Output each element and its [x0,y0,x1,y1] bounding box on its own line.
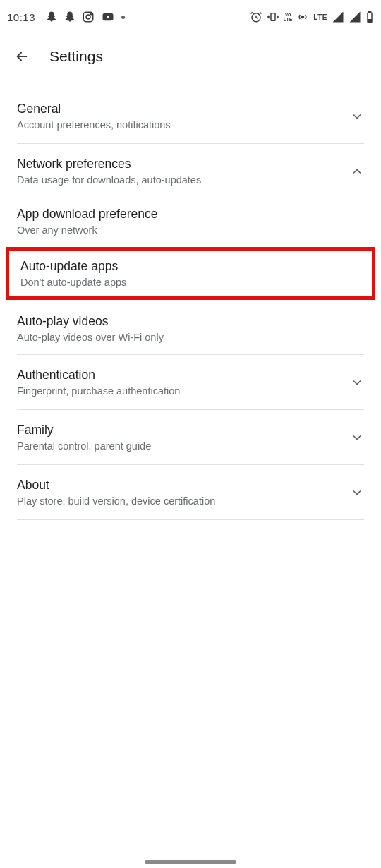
svg-point-2 [90,13,92,15]
snapchat-icon-2 [64,11,76,23]
autoupdate-subtitle: Don't auto-update apps [20,277,361,288]
signal-icon-1 [332,11,344,23]
family-subtitle: Parental control, parent guide [17,440,341,452]
alarm-icon [250,11,262,23]
section-family[interactable]: Family Parental control, parent guide [17,410,364,465]
settings-list: General Account preferences, notificatio… [0,79,381,520]
more-notifications-dot [121,16,125,19]
svg-point-6 [302,16,304,18]
chevron-down-icon [350,109,364,123]
general-subtitle: Account preferences, notifications [17,119,341,131]
section-network[interactable]: Network preferences Data usage for downl… [0,144,381,195]
svg-rect-5 [271,13,275,21]
instagram-icon [82,11,95,23]
svg-point-1 [86,15,90,19]
hotspot-icon [296,11,309,23]
app-header: Settings [0,34,381,79]
signal-icon-2 [349,11,361,23]
status-bar: 10:13 VoLTE LTE [0,0,381,34]
family-title: Family [17,423,341,438]
section-authentication[interactable]: Authentication Fingerprint, purchase aut… [17,355,364,410]
status-clock: 10:13 [7,11,35,23]
network-subtitle: Data usage for downloads, auto-updates [17,174,341,186]
svg-rect-9 [368,20,372,22]
download-title: App download preference [17,207,364,222]
back-button[interactable] [14,49,30,64]
chevron-down-icon [350,486,364,500]
item-auto-update-highlight[interactable]: Auto-update apps Don't auto-update apps [6,247,375,300]
chevron-up-icon [350,164,364,179]
youtube-icon [100,11,116,23]
battery-icon [365,11,374,23]
svg-rect-8 [369,12,371,13]
auth-subtitle: Fingerprint, purchase authentication [17,385,341,397]
section-general[interactable]: General Account preferences, notificatio… [17,89,364,144]
item-autoplay[interactable]: Auto-play videos Auto-play videos over W… [17,300,364,355]
home-indicator[interactable] [145,860,236,864]
about-title: About [17,478,341,493]
vibrate-icon [267,11,279,23]
lte-label: LTE [313,13,327,21]
autoplay-subtitle: Auto-play videos over Wi-Fi only [17,332,364,343]
download-subtitle: Over any network [17,224,364,236]
about-subtitle: Play store, build version, device certif… [17,495,341,507]
volte-icon: VoLTE [284,12,293,22]
network-title: Network preferences [17,157,341,171]
auth-title: Authentication [17,368,341,382]
autoupdate-title: Auto-update apps [20,259,361,274]
chevron-down-icon [350,375,364,390]
page-title: Settings [49,48,103,65]
autoplay-title: Auto-play videos [17,314,364,329]
section-about[interactable]: About Play store, build version, device … [17,465,364,520]
general-title: General [17,102,341,116]
snapchat-icon [45,11,58,23]
chevron-down-icon [350,430,364,445]
item-download-preference[interactable]: App download preference Over any network [0,195,381,247]
